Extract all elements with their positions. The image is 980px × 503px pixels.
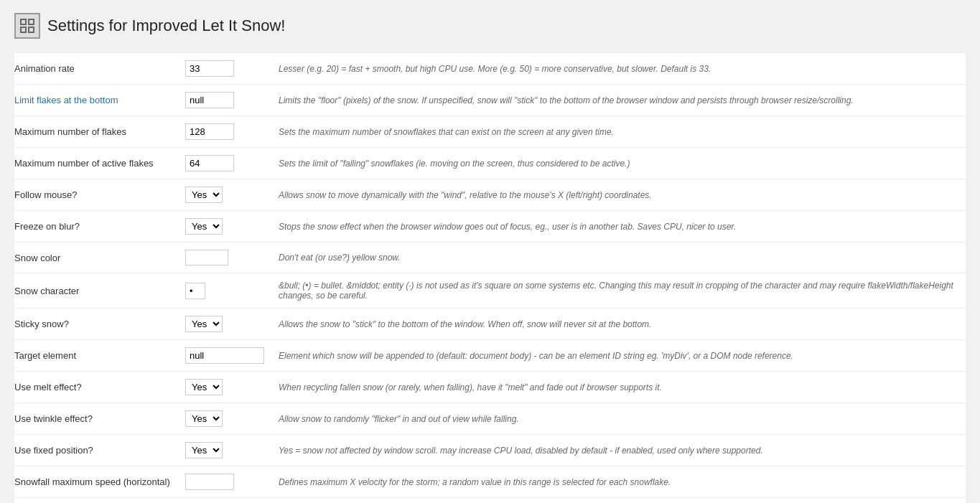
desc-speed-horizontal: Defines maximum X velocity for the storm… bbox=[273, 466, 966, 498]
label-fixed-position: Use fixed position? bbox=[14, 435, 179, 466]
svg-rect-0 bbox=[21, 19, 26, 24]
input-cell-animation-rate bbox=[179, 53, 273, 85]
color-wrapper-snow-color bbox=[185, 250, 267, 265]
input-animation-rate[interactable] bbox=[185, 60, 234, 77]
label-limit-flakes[interactable]: Limit flakes at the bottom bbox=[14, 85, 179, 116]
row-follow-mouse: Follow mouse?YesNoAllows snow to move dy… bbox=[14, 179, 966, 211]
settings-table: Animation rateLesser (e.g. 20) = fast + … bbox=[14, 53, 966, 503]
desc-speed-vertical: Defines maximum Y velocity for the storm… bbox=[273, 498, 966, 504]
desc-target-element: Element which snow will be appended to (… bbox=[273, 340, 966, 372]
row-freeze-blur: Freeze on blur?YesNoStops the snow effec… bbox=[14, 211, 966, 243]
input-cell-max-active-flakes bbox=[179, 148, 273, 179]
input-cell-melt-effect: YesNo bbox=[179, 372, 273, 403]
select-freeze-blur[interactable]: YesNo bbox=[185, 218, 223, 235]
label-speed-horizontal: Snowfall maximum speed (horizontal) bbox=[14, 466, 179, 498]
label-sticky-snow: Sticky snow? bbox=[14, 309, 179, 340]
input-speed-horizontal[interactable] bbox=[185, 474, 234, 490]
row-melt-effect: Use melt effect?YesNoWhen recycling fall… bbox=[14, 372, 966, 403]
label-melt-effect: Use melt effect? bbox=[14, 372, 179, 403]
input-cell-target-element bbox=[179, 340, 273, 372]
row-speed-vertical: Snowfall maximum speed (vertical)Defines… bbox=[14, 498, 966, 504]
row-max-active-flakes: Maximum number of active flakesSets the … bbox=[14, 148, 966, 179]
label-max-active-flakes: Maximum number of active flakes bbox=[14, 148, 179, 179]
desc-fixed-position: Yes = snow not affected by window scroll… bbox=[273, 435, 966, 466]
input-cell-follow-mouse: YesNo bbox=[179, 179, 273, 211]
desc-follow-mouse: Allows snow to move dynamically with the… bbox=[273, 179, 966, 211]
desc-snow-character: &bull; (•) = bullet. &middot; entity (·)… bbox=[273, 273, 966, 309]
input-cell-sticky-snow: YesNo bbox=[179, 309, 273, 340]
row-speed-horizontal: Snowfall maximum speed (horizontal)Defin… bbox=[14, 466, 966, 498]
desc-max-flakes: Sets the maximum number of snowflakes th… bbox=[273, 116, 966, 148]
input-cell-snow-color bbox=[179, 243, 273, 273]
row-fixed-position: Use fixed position?YesNoYes = snow not a… bbox=[14, 435, 966, 466]
row-snow-color: Snow colorDon't eat (or use?) yellow sno… bbox=[14, 243, 966, 273]
svg-rect-2 bbox=[21, 27, 26, 32]
svg-rect-1 bbox=[29, 19, 34, 24]
page-header: Settings for Improved Let It Snow! bbox=[14, 7, 966, 39]
settings-icon bbox=[14, 13, 40, 39]
row-limit-flakes: Limit flakes at the bottomLimits the "fl… bbox=[14, 85, 966, 116]
label-target-element: Target element bbox=[14, 340, 179, 372]
input-max-active-flakes[interactable] bbox=[185, 155, 234, 171]
input-max-flakes[interactable] bbox=[185, 123, 234, 140]
label-snow-character: Snow character bbox=[14, 273, 179, 309]
color-box-snow-color[interactable] bbox=[185, 250, 228, 265]
desc-max-active-flakes: Sets the limit of "falling" snowflakes (… bbox=[273, 148, 966, 179]
label-freeze-blur: Freeze on blur? bbox=[14, 211, 179, 243]
row-max-flakes: Maximum number of flakesSets the maximum… bbox=[14, 116, 966, 148]
label-speed-vertical: Snowfall maximum speed (vertical) bbox=[14, 498, 179, 504]
desc-sticky-snow: Allows the snow to "stick" to the bottom… bbox=[273, 309, 966, 340]
page-title: Settings for Improved Let It Snow! bbox=[47, 17, 285, 35]
svg-rect-3 bbox=[29, 27, 34, 32]
select-sticky-snow[interactable]: YesNo bbox=[185, 316, 223, 332]
input-target-element[interactable] bbox=[185, 347, 264, 364]
row-target-element: Target elementElement which snow will be… bbox=[14, 340, 966, 372]
desc-animation-rate: Lesser (e.g. 20) = fast + smooth, but hi… bbox=[273, 53, 966, 85]
desc-melt-effect: When recycling fallen snow (or rarely, w… bbox=[273, 372, 966, 403]
input-cell-fixed-position: YesNo bbox=[179, 435, 273, 466]
select-follow-mouse[interactable]: YesNo bbox=[185, 187, 223, 203]
row-sticky-snow: Sticky snow?YesNoAllows the snow to "sti… bbox=[14, 309, 966, 340]
input-cell-speed-horizontal bbox=[179, 466, 273, 498]
input-limit-flakes[interactable] bbox=[185, 92, 234, 108]
row-snow-character: Snow character&bull; (•) = bullet. &midd… bbox=[14, 273, 966, 309]
select-melt-effect[interactable]: YesNo bbox=[185, 379, 223, 395]
select-fixed-position[interactable]: YesNo bbox=[185, 442, 223, 459]
label-animation-rate: Animation rate bbox=[14, 53, 179, 85]
desc-freeze-blur: Stops the snow effect when the browser w… bbox=[273, 211, 966, 243]
desc-snow-color: Don't eat (or use?) yellow snow. bbox=[273, 243, 966, 273]
input-cell-snow-character bbox=[179, 273, 273, 309]
input-cell-twinkle-effect: YesNo bbox=[179, 403, 273, 435]
label-snow-color: Snow color bbox=[14, 243, 179, 273]
input-cell-max-flakes bbox=[179, 116, 273, 148]
desc-twinkle-effect: Allow snow to randomly "flicker" in and … bbox=[273, 403, 966, 435]
snowchar-wrapper-snow-character bbox=[185, 283, 267, 299]
label-twinkle-effect: Use twinkle effect? bbox=[14, 403, 179, 435]
label-max-flakes: Maximum number of flakes bbox=[14, 116, 179, 148]
input-cell-limit-flakes bbox=[179, 85, 273, 116]
input-cell-freeze-blur: YesNo bbox=[179, 211, 273, 243]
desc-limit-flakes: Limits the "floor" (pixels) of the snow.… bbox=[273, 85, 966, 116]
row-twinkle-effect: Use twinkle effect?YesNoAllow snow to ra… bbox=[14, 403, 966, 435]
input-snow-character[interactable] bbox=[185, 283, 205, 299]
input-cell-speed-vertical bbox=[179, 498, 273, 504]
row-animation-rate: Animation rateLesser (e.g. 20) = fast + … bbox=[14, 53, 966, 85]
select-twinkle-effect[interactable]: YesNo bbox=[185, 410, 223, 427]
label-follow-mouse: Follow mouse? bbox=[14, 179, 179, 211]
